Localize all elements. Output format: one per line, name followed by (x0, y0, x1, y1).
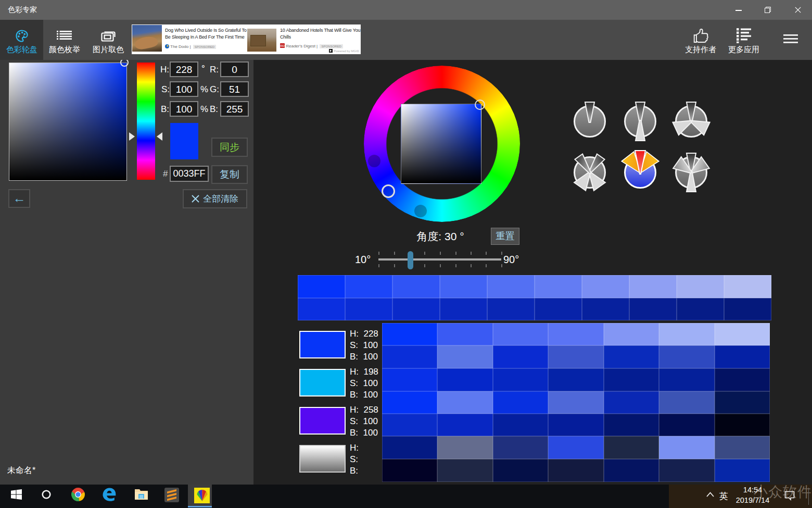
svg-text:RD: RD (280, 44, 285, 47)
